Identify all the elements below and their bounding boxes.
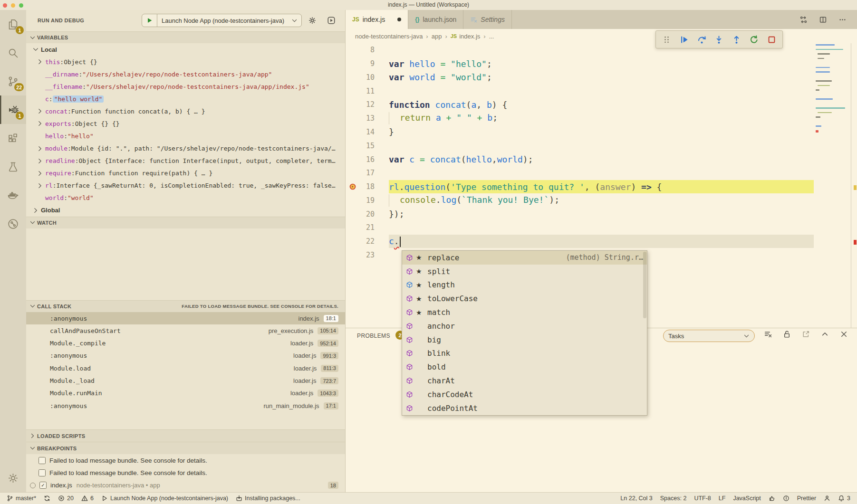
suggestion-codePointAt[interactable]: codePointAt [402,401,647,415]
configure-gear-icon[interactable] [308,16,317,25]
stop-icon[interactable] [767,35,776,44]
status-installing-packages[interactable]: Installing packages... [236,495,300,502]
launch-config-dropdown[interactable]: Launch Node App (node-testcontainers-jav… [142,14,302,27]
variable-row[interactable]: exports: Object {} {} [26,117,345,130]
modified-dot-icon[interactable] [397,18,401,21]
line-number[interactable]: 10 [346,71,389,85]
status-launch-config[interactable]: Launch Node App (node-testcontainers-jav… [101,495,228,502]
status-indentation[interactable]: Spaces: 2 [660,495,687,502]
suggestion-big[interactable]: big [402,333,647,347]
scope-row[interactable]: Global [26,204,345,217]
call-stack-frame[interactable]: Module._loadloader.js723:7 [26,374,345,387]
code-line-10[interactable]: 10var world = "world"; [346,71,857,85]
activity-bar-item-docker[interactable] [0,181,26,209]
step-out-icon[interactable] [732,35,741,44]
activity-bar-item-manage[interactable] [0,464,26,492]
code-line-15[interactable]: 15 [346,139,857,152]
variable-row[interactable]: this: Object {} [26,56,345,68]
call-stack-frame[interactable]: :anonymousrun_main_module.js17:1 [26,399,345,412]
suggestion-anchor[interactable]: anchor [402,319,647,333]
variable-row[interactable]: c: "hello world" [26,93,345,105]
breakpoint-message-row[interactable]: Failed to load message bundle. See conso… [26,467,345,479]
more-actions-icon[interactable] [838,16,847,24]
problems-filter-dropdown[interactable]: Tasks [663,330,755,342]
breadcrumb-item[interactable]: app [432,33,442,40]
code-line-17[interactable]: 17 [346,166,857,180]
status-encoding[interactable]: UTF-8 [694,495,711,502]
variables-section-header[interactable]: VARIABLES [26,31,345,43]
checkbox-unchecked[interactable] [39,469,46,476]
close-panel-icon[interactable] [840,330,848,338]
restart-icon[interactable] [750,35,759,44]
loaded-scripts-section-header[interactable]: LOADED SCRIPTS [26,429,345,442]
call-stack-frame[interactable]: Module.runMainloader.js1043:3 [26,387,345,399]
status-sync[interactable] [44,495,50,502]
line-number[interactable]: 18 [346,180,389,194]
maximize-panel-icon[interactable] [821,330,829,338]
status-prettier[interactable]: Prettier [797,495,816,502]
tab-Settings[interactable]: Settings [463,10,512,29]
breakpoint-message-row[interactable]: Failed to load message bundle. See conso… [26,454,345,466]
step-into-icon[interactable] [714,35,723,44]
code-line-11[interactable]: 11 [346,84,857,98]
code-line-16[interactable]: 16var c = concat(hello,world); [346,152,857,166]
code-line-9[interactable]: 9var hello = "hello"; [346,57,857,71]
variable-row[interactable]: concat: Function function concat(a, b) {… [26,105,345,117]
call-stack-section-header[interactable]: CALL STACK FAILED TO LOAD MESSAGE BUNDLE… [26,300,345,312]
breadcrumb-item[interactable]: JSindex.js [451,33,481,40]
line-number[interactable]: 13 [346,112,389,125]
start-debug-icon[interactable] [146,17,153,24]
status-language-mode[interactable]: JavaScript [733,495,761,502]
variable-row[interactable]: rl: Interface {_sawReturnAt: 0, isComple… [26,180,345,192]
clear-list-icon[interactable] [764,330,772,338]
breakpoints-section-header[interactable]: BREAKPOINTS [26,442,345,454]
paused-breakpoint-icon[interactable] [349,183,356,190]
variable-row[interactable]: __dirname: "/Users/shelajev/repo/node-te… [26,68,345,80]
activity-bar-item-testing[interactable] [0,152,26,181]
activity-bar-item-git-graph[interactable] [0,209,26,238]
line-number[interactable]: 22 [346,235,389,248]
suggestion-charCodeAt[interactable]: charCodeAt [402,388,647,401]
continue-icon[interactable] [680,35,689,44]
code-line-22[interactable]: 22c. [346,235,857,248]
call-stack-frame[interactable]: callAndPauseOnStartpre_execution.js105:1… [26,324,345,337]
tab-index-js[interactable]: JSindex.js [346,10,408,29]
call-stack-frame[interactable]: :anonymousloader.js991:3 [26,350,345,362]
line-number[interactable]: 21 [346,221,389,235]
variable-row[interactable]: readline: Object {Interface: function In… [26,155,345,167]
code-line-21[interactable]: 21 [346,221,857,235]
line-number[interactable]: 19 [346,193,389,207]
suggestion-split[interactable]: ★split [402,265,647,278]
code-line-14[interactable]: 14} [346,125,857,139]
variable-row[interactable]: world: "world" [26,192,345,204]
debug-console-icon[interactable] [327,16,336,25]
variable-row[interactable]: module: Module {id: ".", path: "/Users/s… [26,143,345,155]
line-number[interactable]: 20 [346,207,389,221]
status-errors[interactable]: 20 [58,495,74,502]
watch-section-header[interactable]: WATCH [26,217,345,228]
suggestion-length[interactable]: ★length [402,278,647,292]
status-eol[interactable]: LF [719,495,726,502]
line-number[interactable]: 23 [346,248,389,262]
popup-scrollbar[interactable] [643,252,646,318]
checkbox-checked[interactable]: ✓ [39,482,47,489]
variable-row[interactable]: hello: "hello" [26,130,345,142]
suggestion-toLowerCase[interactable]: ★toLowerCase [402,292,647,305]
status-git-branch[interactable]: master* [7,495,36,502]
line-number[interactable]: 9 [346,57,389,71]
code-line-19[interactable]: 19console.log(`Thank you! Bye!`); [346,193,857,207]
breadcrumb-item[interactable]: node-testcontainers-java [355,33,423,40]
line-number[interactable]: 11 [346,84,389,98]
compare-icon[interactable] [799,16,808,24]
line-number[interactable]: 8 [346,43,389,57]
line-number[interactable]: 16 [346,152,389,166]
variable-row[interactable]: __filename: "/Users/shelajev/repo/node-t… [26,80,345,93]
minimap[interactable] [814,44,851,158]
activity-bar-item-search[interactable] [0,38,26,67]
variable-row[interactable]: require: Function function require(path)… [26,167,345,180]
code-line-12[interactable]: 12function concat(a, b) { [346,98,857,112]
split-editor-icon[interactable] [819,16,827,24]
tab-problems[interactable]: PROBLEMS [357,333,390,339]
unlock-icon[interactable] [783,330,791,338]
code-line-18[interactable]: 18rl.question('Type something to quit? '… [346,180,857,194]
